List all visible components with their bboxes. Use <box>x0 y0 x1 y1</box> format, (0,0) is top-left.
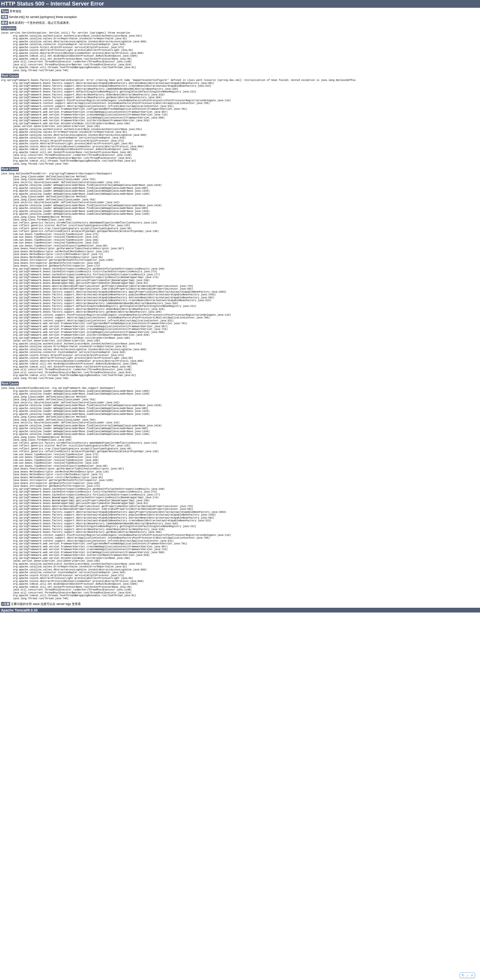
server-footer: Apache Tomcat/9.0.33 <box>0 608 480 612</box>
type-row: Type 异常报告 <box>1 9 479 14</box>
message-text: Servlet.init() for servlet [springmvc] t… <box>8 15 77 19</box>
exception-label: Exception <box>1 26 16 30</box>
page-title: HTTP Status 500 – Internal Server Error <box>0 0 480 8</box>
rootcause3-stacktrace: java.lang.ClassNotFoundException: org.sp… <box>0 387 480 600</box>
type-label: Type <box>1 9 9 13</box>
error-page: HTTP Status 500 – Internal Server Error … <box>0 0 480 612</box>
note-label: ):注意 <box>1 602 10 606</box>
rootcause1-label: Root Cause <box>1 74 19 78</box>
note-text: 主要问题的全部 stack 信息可以在 server logs 里查看 <box>10 602 81 606</box>
description-text: 服务器遇到一个意外的情况，阻止它完成请求。 <box>8 21 72 25</box>
rootcause3-label: Root Cause <box>1 382 19 385</box>
note-row: ):注意 主要问题的全部 stack 信息可以在 server logs 里查看 <box>1 602 479 606</box>
rootcause1-stacktrace: org.springframework.beans.factory.BeanCr… <box>0 79 480 165</box>
exception-stacktrace: javax.servlet.ServletException: Servlet.… <box>0 32 480 72</box>
description-row: 描述 服务器遇到一个意外的情况，阻止它完成请求。 <box>1 21 479 25</box>
message-label: 消息 <box>1 15 8 19</box>
message-row: 消息 Servlet.init() for servlet [springmvc… <box>1 15 479 19</box>
rootcause2-header: Root Cause <box>1 167 479 171</box>
type-text: 异常报告 <box>9 10 22 13</box>
rootcause2-label: Root Cause <box>1 167 19 171</box>
rootcause3-header: Root Cause <box>1 382 479 385</box>
rootcause2-stacktrace: java.lang.NoClassDefFoundError: org/spri… <box>0 172 480 380</box>
exception-header: Exception <box>1 27 479 30</box>
rootcause1-header: Root Cause <box>1 74 479 77</box>
description-label: 描述 <box>1 21 8 25</box>
